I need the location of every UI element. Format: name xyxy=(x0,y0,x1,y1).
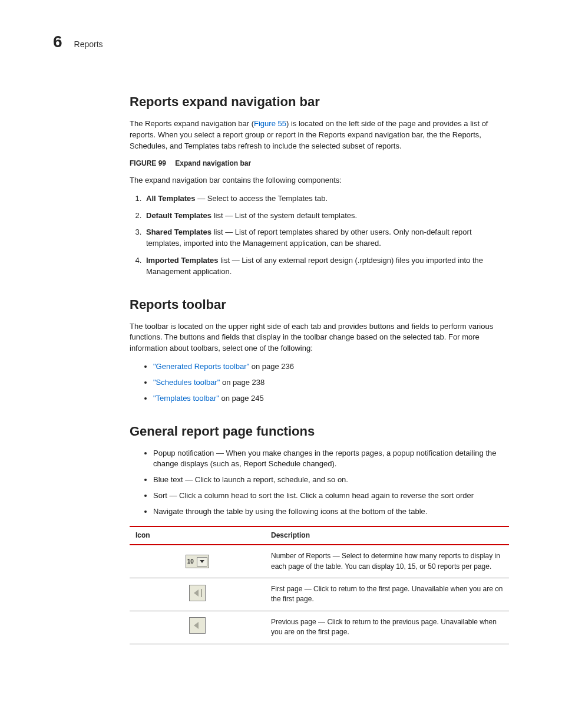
term: Default Templates xyxy=(146,211,211,220)
bulleted-list: Popup notification — When you make chang… xyxy=(130,448,509,518)
desc-cell: Number of Reports — Select to determine … xyxy=(265,545,509,578)
icons-table: Icon Description 10 Number of Reports — … xyxy=(130,526,509,644)
list-item: Blue text — Click to launch a report, sc… xyxy=(153,475,509,486)
desc: — Select to access the Templates tab. xyxy=(196,194,328,203)
link-generated-reports-toolbar[interactable]: "Generated Reports toolbar" xyxy=(153,362,249,371)
chapter-title: Reports xyxy=(74,39,103,49)
list-item: Sort — Click a column head to sort the l… xyxy=(153,490,509,502)
bulleted-list: "Generated Reports toolbar" on page 236 … xyxy=(130,361,509,404)
paragraph: The Reports expand navigation bar (Figur… xyxy=(130,118,509,152)
figure-title: Expand navigation bar xyxy=(175,159,251,167)
col-icon: Icon xyxy=(130,526,265,545)
heading-general-report-page-functions: General report page functions xyxy=(130,422,509,441)
first-page-icon xyxy=(189,585,206,601)
paragraph: The expand navigation bar contains the f… xyxy=(130,175,509,186)
chevron-down-icon xyxy=(197,557,207,566)
page: 6 Reports Reports expand navigation bar … xyxy=(0,0,562,728)
list-item: Popup notification — When you make chang… xyxy=(153,448,509,470)
desc-cell: Previous page — Click to return to the p… xyxy=(265,611,509,644)
link-figure-55[interactable]: Figure 55 xyxy=(254,119,286,128)
figure-label: FIGURE 99 Expand navigation bar xyxy=(130,159,509,169)
term: Imported Templates xyxy=(146,256,219,265)
text: on page 238 xyxy=(220,378,265,387)
list-item: All Templates — Select to access the Tem… xyxy=(144,193,509,205)
desc-cell: First page — Click to return to the firs… xyxy=(265,578,509,611)
col-description: Description xyxy=(265,526,509,545)
text: The Reports expand navigation bar ( xyxy=(130,119,254,128)
icon-cell: 10 xyxy=(130,545,265,578)
table-row: First page — Click to return to the firs… xyxy=(130,578,509,611)
table-row: 10 Number of Reports — Select to determi… xyxy=(130,545,509,578)
list-item: "Generated Reports toolbar" on page 236 xyxy=(153,361,509,373)
icon-cell xyxy=(130,578,265,611)
reports-per-page-dropdown-icon: 10 xyxy=(186,555,209,568)
text: on page 236 xyxy=(249,362,294,371)
heading-reports-toolbar: Reports toolbar xyxy=(130,295,509,314)
content: Reports expand navigation bar The Report… xyxy=(130,93,509,644)
text: on page 245 xyxy=(219,394,264,403)
list-item: Shared Templates list — List of report t… xyxy=(144,227,509,249)
figure-number: FIGURE 99 xyxy=(130,159,166,167)
icon-cell xyxy=(130,611,265,644)
desc: list — List of the system default templa… xyxy=(211,211,357,220)
link-templates-toolbar[interactable]: "Templates toolbar" xyxy=(153,394,219,403)
table-header-row: Icon Description xyxy=(130,526,509,545)
table-row: Previous page — Click to return to the p… xyxy=(130,611,509,644)
heading-reports-expand-navigation-bar: Reports expand navigation bar xyxy=(130,93,509,111)
list-item: Imported Templates list — List of any ex… xyxy=(144,255,509,278)
list-item: Navigate through the table by using the … xyxy=(153,506,509,518)
list-item: Default Templates list — List of the sys… xyxy=(144,210,509,222)
paragraph: The toolbar is located on the upper righ… xyxy=(130,321,509,355)
page-header: 6 Reports xyxy=(53,32,509,51)
term: All Templates xyxy=(146,194,196,203)
dropdown-value: 10 xyxy=(187,558,194,564)
previous-page-icon xyxy=(189,617,206,634)
list-item: "Templates toolbar" on page 245 xyxy=(153,393,509,404)
term: Shared Templates xyxy=(146,228,211,236)
chapter-number: 6 xyxy=(53,32,62,51)
list-item: "Schedules toolbar" on page 238 xyxy=(153,377,509,388)
numbered-list: All Templates — Select to access the Tem… xyxy=(130,193,509,278)
link-schedules-toolbar[interactable]: "Schedules toolbar" xyxy=(153,378,220,387)
